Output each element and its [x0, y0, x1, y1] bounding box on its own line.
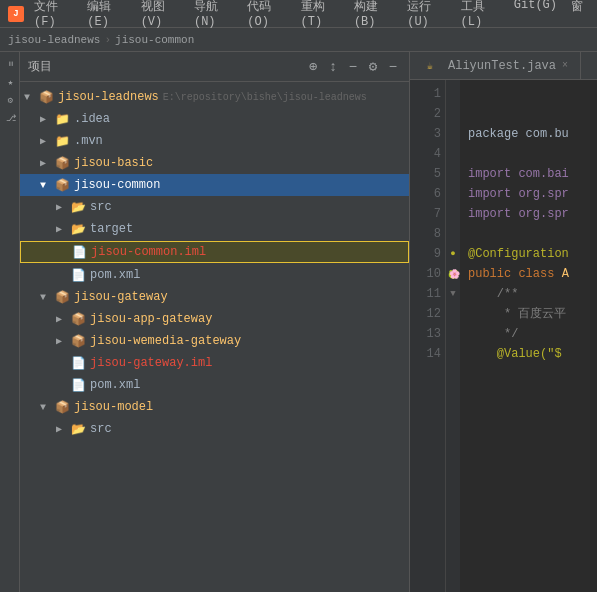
code-line-7: import org.spr	[468, 204, 589, 224]
iml-icon: 📄	[71, 244, 87, 260]
wemedia-gw-arrow: ▶	[56, 335, 70, 347]
code-line-6: import org.spr	[468, 184, 589, 204]
code-line-14: @Value("$	[468, 344, 589, 364]
app-gw-label: jisou-app-gateway	[90, 312, 212, 326]
close-sidebar-icon[interactable]: −	[385, 59, 401, 75]
gw-iml-icon: 📄	[70, 355, 86, 371]
editor-content: 1 2 3 4 5 6 7 8 9 10 11 12 13 14	[410, 80, 597, 592]
code-area[interactable]: package com.bu import com.bai import org…	[460, 80, 597, 592]
code-line-9: @Configuration	[468, 244, 589, 264]
menu-run[interactable]: 运行(U)	[401, 0, 452, 31]
tree-idea[interactable]: ▶ 📁 .idea	[20, 108, 409, 130]
menu-build[interactable]: 构建(B)	[348, 0, 399, 31]
code-line-8	[468, 224, 589, 244]
editor-tabs: ☕ AliyunTest.java × ☕ AipC	[410, 52, 597, 80]
tree-jisou-model[interactable]: ▼ 📦 jisou-model	[20, 396, 409, 418]
tree-target[interactable]: ▶ 📂 target	[20, 218, 409, 240]
title-bar: J 文件(F) 编辑(E) 视图(V) 导航(N) 代码(O) 重构(T) 构建…	[0, 0, 597, 28]
code-line-4	[468, 144, 589, 164]
menu-view[interactable]: 视图(V)	[135, 0, 186, 31]
left-icon-strip: ≡ ★ ⚙ ⎇	[0, 52, 20, 592]
tree-jisou-common-iml[interactable]: ▶ 📄 jisou-common.iml	[20, 241, 409, 263]
tree-jisou-gateway[interactable]: ▼ 📦 jisou-gateway	[20, 286, 409, 308]
tree-mvn[interactable]: ▶ 📁 .mvn	[20, 130, 409, 152]
code-line-12: * 百度云平	[468, 304, 589, 324]
tree-jisou-basic[interactable]: ▶ 📦 jisou-basic	[20, 152, 409, 174]
code-line-2	[468, 104, 589, 124]
tab-aipc[interactable]: ☕ AipC	[581, 52, 597, 80]
mvn-arrow: ▶	[40, 135, 54, 147]
wemedia-gw-icon: 📦	[70, 333, 86, 349]
src2-arrow: ▶	[56, 423, 70, 435]
menu-refactor[interactable]: 重构(T)	[295, 0, 346, 31]
gutter-6	[446, 184, 460, 204]
breadcrumb: jisou-leadnews › jisou-common	[0, 28, 597, 52]
gutter-1	[446, 84, 460, 104]
target-arrow: ▶	[56, 223, 70, 235]
tree-pom1[interactable]: ▶ 📄 pom.xml	[20, 264, 409, 286]
code-line-3: package com.bu	[468, 124, 589, 144]
tree-root[interactable]: ▼ 📦 jisou-leadnews E:\repository\bishe\j…	[20, 86, 409, 108]
tree-jisou-common[interactable]: ▼ 📦 jisou-common	[20, 174, 409, 196]
ant-icon[interactable]: ⚙	[2, 92, 18, 108]
src-folder-icon: 📂	[70, 199, 86, 215]
app-gw-arrow: ▶	[56, 313, 70, 325]
tab-aliyun-close[interactable]: ×	[562, 60, 568, 71]
editor-gutter: ● 🐸 🌸 ▼	[446, 80, 460, 592]
menu-git[interactable]: Git(G)	[508, 0, 563, 31]
breadcrumb-current[interactable]: jisou-common	[115, 34, 194, 46]
gutter-2	[446, 104, 460, 124]
breadcrumb-sep: ›	[104, 34, 111, 46]
app-logo: J	[8, 6, 24, 22]
iml-label: jisou-common.iml	[91, 245, 206, 259]
structure-icon[interactable]: ≡	[2, 56, 18, 72]
code-line-1	[468, 84, 589, 104]
pom1-icon: 📄	[70, 267, 86, 283]
idea-arrow: ▶	[40, 113, 54, 125]
src-label: src	[90, 200, 112, 214]
common-module-icon: 📦	[54, 177, 70, 193]
idea-folder-icon: 📁	[54, 111, 70, 127]
idea-label: .idea	[74, 112, 110, 126]
gw-iml-label: jisou-gateway.iml	[90, 356, 212, 370]
favorites-icon[interactable]: ★	[2, 74, 18, 90]
wemedia-gw-label: jisou-wemedia-gateway	[90, 334, 241, 348]
tree-pom2[interactable]: ▶ 📄 pom.xml	[20, 374, 409, 396]
git-icon[interactable]: ⎇	[2, 110, 18, 126]
model-module-icon: 📦	[54, 399, 70, 415]
pom2-label: pom.xml	[90, 378, 140, 392]
add-icon[interactable]: ⊕	[305, 59, 321, 75]
gateway-arrow: ▼	[40, 292, 54, 303]
gateway-module-icon: 📦	[54, 289, 70, 305]
tab-aliyun[interactable]: ☕ AliyunTest.java ×	[410, 52, 581, 80]
gutter-3	[446, 124, 460, 144]
menu-code[interactable]: 代码(O)	[241, 0, 292, 31]
tree-src2[interactable]: ▶ 📂 src	[20, 418, 409, 440]
sidebar-toolbar: 项目 ⊕ ↕ − ⚙ −	[20, 52, 409, 82]
menu-file[interactable]: 文件(F)	[28, 0, 79, 31]
sync-icon[interactable]: ↕	[325, 59, 341, 75]
tree-gateway-iml[interactable]: ▶ 📄 jisou-gateway.iml	[20, 352, 409, 374]
gutter-fold-11[interactable]: ▼	[446, 284, 460, 304]
menu-edit[interactable]: 编辑(E)	[81, 0, 132, 31]
model-label: jisou-model	[74, 400, 153, 414]
src2-label: src	[90, 422, 112, 436]
sidebar-title: 项目	[28, 58, 299, 75]
aipc-file-icon: ☕	[593, 58, 597, 74]
menu-nav[interactable]: 导航(N)	[188, 0, 239, 31]
breadcrumb-root[interactable]: jisou-leadnews	[8, 34, 100, 46]
tree-app-gateway[interactable]: ▶ 📦 jisou-app-gateway	[20, 308, 409, 330]
menu-tools[interactable]: 工具(L)	[455, 0, 506, 31]
gutter-5	[446, 164, 460, 184]
settings-icon[interactable]: ⚙	[365, 59, 381, 75]
root-module-icon: 📦	[38, 89, 54, 105]
root-arrow: ▼	[24, 92, 38, 103]
tree-src[interactable]: ▶ 📂 src	[20, 196, 409, 218]
code-line-5: import com.bai	[468, 164, 589, 184]
tab-aliyun-label: AliyunTest.java	[448, 59, 556, 73]
tree-wemedia-gateway[interactable]: ▶ 📦 jisou-wemedia-gateway	[20, 330, 409, 352]
main-area: ≡ ★ ⚙ ⎇ 项目 ⊕ ↕ − ⚙ − ▼ 📦 jisou-leadnews …	[0, 52, 597, 592]
code-line-13: */	[468, 324, 589, 344]
menu-window[interactable]: 窗	[565, 0, 589, 31]
collapse-icon[interactable]: −	[345, 59, 361, 75]
